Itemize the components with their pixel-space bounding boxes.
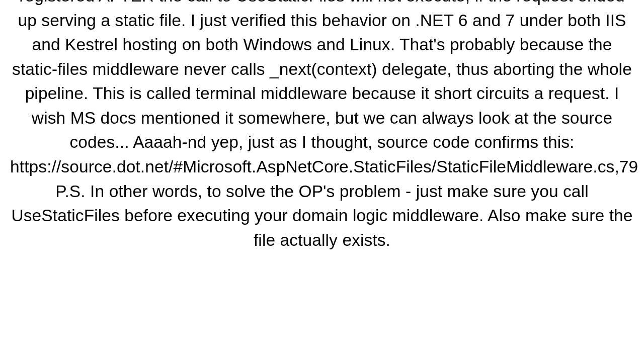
document-body-text: registered AFTER the call to UseStaticFi… bbox=[0, 0, 644, 252]
